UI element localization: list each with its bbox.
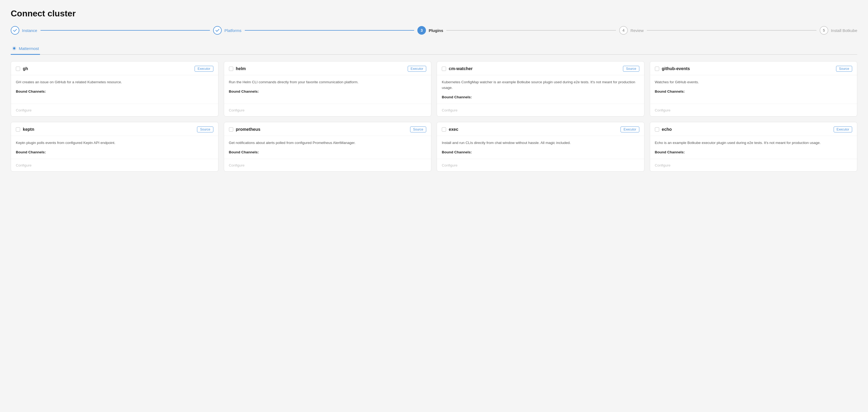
card-footer-cm-watcher: Configure (437, 104, 644, 116)
card-footer-helm: Configure (224, 104, 431, 116)
tab-mattermost-label: Mattermost (19, 46, 39, 51)
step-line-1 (40, 30, 210, 31)
configure-link-github-events[interactable]: Configure (655, 108, 671, 112)
card-footer-prometheus: Configure (224, 159, 431, 171)
card-footer-gh: Configure (11, 104, 218, 116)
card-header-left-prometheus: prometheus (229, 127, 260, 132)
step-circle-platforms (213, 26, 222, 35)
card-title-helm: helm (236, 66, 246, 71)
step-label-plugins: Plugins (429, 28, 443, 33)
configure-link-echo[interactable]: Configure (655, 163, 671, 167)
card-header-left-exec: exec (442, 127, 458, 132)
card-title-gh: gh (23, 66, 28, 71)
plugin-card-gh: gh Executor GH creates an issue on GitHu… (11, 61, 218, 117)
configure-link-helm[interactable]: Configure (229, 108, 245, 112)
plugin-card-helm: helm Executor Run the Helm CLI commands … (224, 61, 432, 117)
step-label-platforms: Platforms (224, 28, 241, 33)
badge-cm-watcher: Source (623, 66, 639, 72)
bound-channels-exec: Bound Channels: (442, 150, 472, 154)
mattermost-icon (12, 46, 17, 51)
card-footer-github-events: Configure (650, 104, 857, 116)
checkbox-prometheus[interactable] (229, 127, 233, 131)
checkbox-echo[interactable] (655, 127, 659, 131)
card-header-left-echo: echo (655, 127, 672, 132)
configure-link-gh[interactable]: Configure (16, 108, 32, 112)
page-title: Connect cluster (11, 8, 857, 19)
checkbox-cm-watcher[interactable] (442, 67, 446, 71)
bound-channels-cm-watcher: Bound Channels: (442, 95, 472, 99)
step-line-4 (647, 30, 816, 31)
card-body-prometheus: Get notifications about alerts polled fr… (224, 136, 431, 159)
checkbox-exec[interactable] (442, 127, 446, 131)
card-description-exec: Install and run CLIs directly from chat … (442, 140, 639, 146)
card-description-gh: GH creates an issue on GitHub for a rela… (16, 80, 213, 85)
configure-link-keptn[interactable]: Configure (16, 163, 32, 167)
card-header-left-keptn: keptn (16, 127, 34, 132)
card-title-exec: exec (449, 127, 458, 132)
tab-mattermost[interactable]: Mattermost (11, 43, 40, 55)
step-circle-review: 4 (619, 26, 628, 35)
card-title-cm-watcher: cm-watcher (449, 66, 473, 71)
bound-channels-github-events: Bound Channels: (655, 89, 685, 93)
step-line-2 (245, 30, 414, 31)
plugin-card-exec: exec Executor Install and run CLIs direc… (437, 122, 644, 172)
card-description-cm-watcher: Kubernetes ConfigMap watcher is an examp… (442, 80, 639, 91)
tabs-container: Mattermost (11, 43, 857, 55)
step-platforms: Platforms (213, 26, 241, 35)
card-title-echo: echo (662, 127, 672, 132)
card-description-prometheus: Get notifications about alerts polled fr… (229, 140, 427, 146)
card-body-echo: Echo is an example Botkube executor plug… (650, 136, 857, 159)
bound-channels-keptn: Bound Channels: (16, 150, 46, 154)
step-install: 5 Install Botkube (820, 26, 857, 35)
checkbox-keptn[interactable] (16, 127, 20, 131)
badge-keptn: Source (197, 126, 213, 133)
card-title-prometheus: prometheus (236, 127, 260, 132)
card-body-cm-watcher: Kubernetes ConfigMap watcher is an examp… (437, 75, 644, 104)
card-footer-exec: Configure (437, 159, 644, 171)
step-label-review: Review (630, 28, 644, 33)
stepper: Instance Platforms 3 Plugins 4 Review 5 … (11, 26, 857, 35)
badge-gh: Executor (194, 66, 213, 72)
card-header-github-events: github-events Source (650, 61, 857, 75)
card-header-gh: gh Executor (11, 61, 218, 75)
step-circle-plugins: 3 (417, 26, 426, 35)
card-header-prometheus: prometheus Source (224, 122, 431, 136)
card-header-left-github-events: github-events (655, 66, 690, 71)
card-title-keptn: keptn (23, 127, 34, 132)
card-title-github-events: github-events (662, 66, 690, 71)
checkbox-helm[interactable] (229, 67, 233, 71)
step-circle-install: 5 (820, 26, 828, 35)
step-label-instance: Instance (22, 28, 37, 33)
configure-link-prometheus[interactable]: Configure (229, 163, 245, 167)
plugin-grid: gh Executor GH creates an issue on GitHu… (11, 61, 857, 172)
card-body-keptn: Keptn plugin polls events from configure… (11, 136, 218, 159)
plugin-card-github-events: github-events Source Watches for GitHub … (650, 61, 858, 117)
badge-prometheus: Source (410, 126, 426, 133)
badge-exec: Executor (621, 126, 639, 133)
card-description-keptn: Keptn plugin polls events from configure… (16, 140, 213, 146)
checkbox-gh[interactable] (16, 67, 20, 71)
card-header-left-gh: gh (16, 66, 28, 71)
step-plugins: 3 Plugins (417, 26, 443, 35)
card-header-exec: exec Executor (437, 122, 644, 136)
configure-link-cm-watcher[interactable]: Configure (442, 108, 458, 112)
step-review: 4 Review (619, 26, 644, 35)
card-body-exec: Install and run CLIs directly from chat … (437, 136, 644, 159)
badge-helm: Executor (408, 66, 426, 72)
card-description-github-events: Watches for GitHub events. (655, 80, 852, 85)
step-circle-instance (11, 26, 19, 35)
bound-channels-helm: Bound Channels: (229, 89, 259, 93)
checkbox-github-events[interactable] (655, 67, 659, 71)
step-line-3 (446, 30, 616, 31)
card-footer-echo: Configure (650, 159, 857, 171)
card-footer-keptn: Configure (11, 159, 218, 171)
bound-channels-echo: Bound Channels: (655, 150, 685, 154)
svg-point-1 (13, 47, 15, 50)
step-instance: Instance (11, 26, 37, 35)
badge-github-events: Source (836, 66, 852, 72)
card-body-github-events: Watches for GitHub events. Bound Channel… (650, 75, 857, 104)
configure-link-exec[interactable]: Configure (442, 163, 458, 167)
badge-echo: Executor (834, 126, 852, 133)
card-body-helm: Run the Helm CLI commands directly from … (224, 75, 431, 104)
card-header-left-helm: helm (229, 66, 246, 71)
